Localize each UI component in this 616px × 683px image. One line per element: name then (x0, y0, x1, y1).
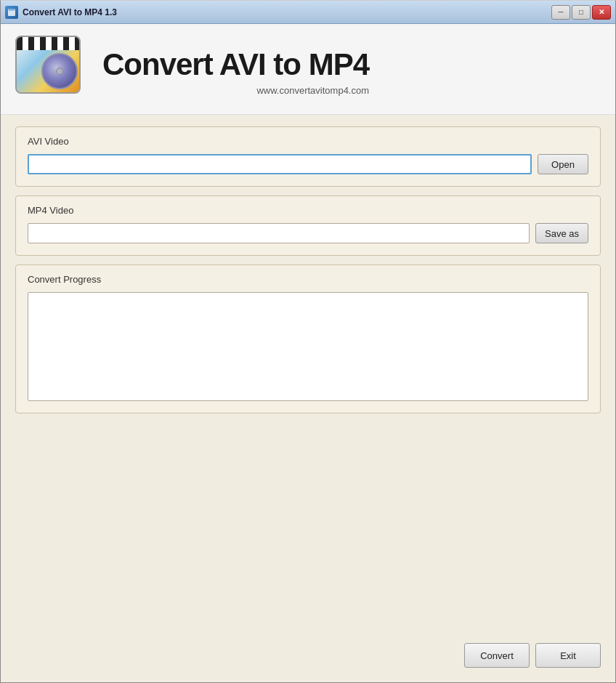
app-icon (5, 6, 18, 19)
mp4-video-input[interactable] (28, 223, 530, 243)
app-logo (15, 36, 88, 108)
bottom-bar: Convert Exit (1, 634, 615, 682)
clapboard-icon (15, 36, 81, 94)
convert-button[interactable]: Convert (464, 643, 530, 668)
clapboard-stripes (17, 37, 79, 50)
window-title: Convert AVI to MP4 1.3 (23, 7, 551, 17)
minimize-button[interactable]: ─ (551, 5, 570, 20)
mp4-section-label: MP4 Video (28, 205, 588, 216)
svg-rect-0 (8, 10, 15, 16)
main-form: AVI Video Open MP4 Video Save as Convert… (1, 115, 615, 634)
progress-display (28, 292, 588, 401)
content-area: Convert AVI to MP4 www.convertavitomp4.c… (1, 24, 615, 682)
avi-section-label: AVI Video (28, 136, 588, 147)
main-window: Convert AVI to MP4 1.3 ─ □ ✕ Convert AVI… (0, 0, 616, 683)
exit-button[interactable]: Exit (535, 643, 601, 668)
avi-section: AVI Video Open (15, 126, 601, 187)
app-url: www.convertavitomp4.com (102, 85, 369, 96)
mp4-input-row: Save as (28, 223, 588, 243)
cd-hole (56, 68, 63, 75)
maximize-button[interactable]: □ (572, 5, 591, 20)
app-header: Convert AVI to MP4 www.convertavitomp4.c… (1, 24, 615, 115)
titlebar: Convert AVI to MP4 1.3 ─ □ ✕ (1, 1, 615, 24)
close-button[interactable]: ✕ (592, 5, 611, 20)
app-title: Convert AVI to MP4 (102, 48, 369, 81)
mp4-section: MP4 Video Save as (15, 195, 601, 256)
avi-video-input[interactable] (28, 154, 532, 174)
window-controls: ─ □ ✕ (551, 5, 611, 20)
progress-section-label: Convert Progress (28, 274, 588, 285)
saveas-button[interactable]: Save as (535, 223, 588, 243)
header-text: Convert AVI to MP4 www.convertavitomp4.c… (102, 48, 369, 95)
open-button[interactable]: Open (538, 154, 588, 174)
avi-input-row: Open (28, 154, 588, 174)
progress-section: Convert Progress (15, 264, 601, 413)
cd-disc-icon (41, 53, 78, 89)
